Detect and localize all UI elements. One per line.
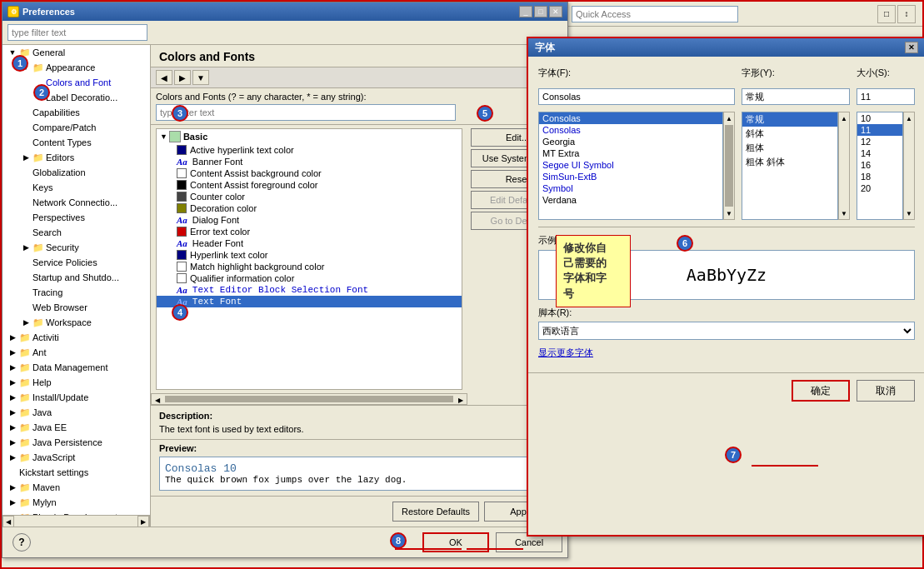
basic-section-header[interactable]: ▼ Basic [157, 129, 462, 144]
tree-item-kickstart[interactable]: Kickstart settings [2, 465, 150, 480]
color-item-error-text[interactable]: Error text color [157, 226, 462, 237]
tree-item-network[interactable]: Network Connectio... [2, 195, 150, 210]
filter-input[interactable] [7, 24, 147, 41]
color-item-content-assist-bg[interactable]: Content Assist background color [157, 167, 462, 179]
tree-item-mylyn[interactable]: ▶ 📁 Mylyn [2, 495, 150, 510]
nav-back[interactable]: ◀ [156, 70, 172, 85]
tree-item-web-browser[interactable]: Web Browser [2, 300, 150, 315]
tree-item-java-ee[interactable]: ▶ 📁 Java EE [2, 420, 150, 435]
expand-workspace[interactable]: ▶ [19, 316, 32, 329]
tree-item-maven[interactable]: ▶ 📁 Maven [2, 480, 150, 495]
font-vscroll-down[interactable]: ▼ [724, 207, 734, 219]
size-item-20[interactable]: 20 [857, 182, 902, 194]
font-list-item-simsun[interactable]: SimSun-ExtB [539, 171, 722, 182]
tree-item-label-deco[interactable]: Label Decoratio... [2, 90, 150, 105]
size-item-18[interactable]: 18 [857, 171, 902, 182]
tree-item-compare-patch[interactable]: Compare/Patch [2, 120, 150, 135]
size-vscroll-down[interactable]: ▼ [904, 207, 914, 219]
font-list-item-mt-extra[interactable]: MT Extra [539, 147, 722, 159]
color-item-qualifier-info[interactable]: Qualifier information color [157, 272, 462, 284]
style-item-italic[interactable]: 斜体 [742, 127, 837, 141]
tree-item-workspace[interactable]: ▶ 📁 Workspace [2, 315, 150, 330]
tree-item-data-mgmt[interactable]: ▶ 📁 Data Management [2, 360, 150, 375]
color-item-dialog-font[interactable]: Aa Dialog Font [157, 214, 462, 226]
maximize-button[interactable]: □ [534, 6, 547, 17]
qa-icon-1[interactable]: □ [877, 5, 896, 23]
expand-security[interactable]: ▶ [19, 241, 32, 254]
style-vscroll-up[interactable]: ▲ [839, 112, 849, 124]
expand-editors[interactable]: ▶ [19, 151, 32, 164]
tree-item-perspectives[interactable]: Perspectives [2, 210, 150, 225]
font-name-list[interactable]: Consolas Consolas Georgia MT Extra Segoe… [538, 112, 723, 220]
color-item-match-highlight[interactable]: Match highlight background color [157, 261, 462, 272]
nav-dropdown[interactable]: ▼ [192, 70, 209, 85]
style-item-normal[interactable]: 常规 [742, 112, 837, 127]
tree-item-help[interactable]: ▶ 📁 Help [2, 375, 150, 390]
font-list-item-consolas[interactable]: Consolas [539, 124, 722, 136]
font-list-item-consolas-selected[interactable]: Consolas [539, 112, 722, 124]
expand-java-persist[interactable]: ▶ [6, 436, 19, 449]
color-item-counter[interactable]: Counter color [157, 191, 462, 202]
restore-defaults-button[interactable]: Restore Defaults [392, 502, 479, 522]
size-item-16[interactable]: 16 [857, 159, 902, 171]
expand-data-mgmt[interactable]: ▶ [6, 361, 19, 374]
color-item-header-font[interactable]: Aa Header Font [157, 237, 462, 249]
color-hscroll-right[interactable]: ▶ [455, 394, 467, 405]
color-item-text-font[interactable]: Aa Text Font [157, 296, 462, 307]
tree-item-ant[interactable]: ▶ 📁 Ant [2, 345, 150, 360]
quick-access-input[interactable] [572, 6, 738, 22]
color-item-hyperlink-active[interactable]: Active hyperlink text color [157, 144, 462, 156]
style-vscroll-down[interactable]: ▼ [839, 207, 849, 219]
expand-activiti[interactable]: ▶ [6, 331, 19, 344]
tree-item-javascript[interactable]: ▶ 📁 JavaScript [2, 450, 150, 465]
font-style-list[interactable]: 常规 斜体 粗体 粗体 斜体 [742, 112, 838, 220]
tree-item-install-update[interactable]: ▶ 📁 Install/Update [2, 390, 150, 405]
color-filter-input[interactable] [156, 104, 456, 121]
expand-help[interactable]: ▶ [6, 376, 19, 389]
style-item-bold-italic[interactable]: 粗体 斜体 [742, 155, 837, 169]
expand-mylyn[interactable]: ▶ [6, 496, 19, 509]
font-style-input[interactable] [742, 88, 850, 105]
font-size-list[interactable]: 10 11 12 14 16 18 20 [857, 112, 903, 220]
expand-maven[interactable]: ▶ [6, 481, 19, 494]
tree-item-content-types[interactable]: Content Types [2, 135, 150, 150]
tree-item-capabilities[interactable]: Capabilities [2, 105, 150, 120]
font-list-item-georgia[interactable]: Georgia [539, 136, 722, 147]
hscroll-left[interactable]: ◀ [2, 516, 14, 527]
expand-java-ee[interactable]: ▶ [6, 421, 19, 434]
expand-javascript[interactable]: ▶ [6, 451, 19, 464]
tree-item-java-persistence[interactable]: ▶ 📁 Java Persistence [2, 435, 150, 450]
size-vscroll-up[interactable]: ▲ [904, 112, 914, 124]
color-item-decoration[interactable]: Decoration color [157, 202, 462, 214]
size-item-12[interactable]: 12 [857, 136, 902, 147]
close-button[interactable]: ✕ [549, 6, 562, 17]
color-item-hyperlink[interactable]: Hyperlink text color [157, 249, 462, 261]
tree-item-java[interactable]: ▶ 📁 Java [2, 405, 150, 420]
tree-item-activiti[interactable]: ▶ 📁 Activiti [2, 330, 150, 345]
tree-item-search[interactable]: Search [2, 225, 150, 240]
tree-item-globalization[interactable]: Globalization [2, 165, 150, 180]
tree-item-tracing[interactable]: Tracing [2, 285, 150, 300]
color-item-text-editor-block[interactable]: Aa Text Editor Block Selection Font [157, 284, 462, 296]
tree-item-keys[interactable]: Keys [2, 180, 150, 195]
tree-item-service-policies[interactable]: Service Policies [2, 255, 150, 270]
font-list-item-symbol[interactable]: Symbol [539, 182, 722, 194]
expand-ant[interactable]: ▶ [6, 346, 19, 359]
style-item-bold[interactable]: 粗体 [742, 141, 837, 155]
qa-icon-2[interactable]: ↕ [897, 5, 916, 23]
nav-forward[interactable]: ▶ [174, 70, 191, 85]
color-item-content-assist-fg[interactable]: Content Assist foreground color [157, 179, 462, 191]
size-item-14[interactable]: 14 [857, 147, 902, 159]
show-more-fonts-link[interactable]: 显示更多字体 [538, 347, 915, 359]
tree-item-colors-fonts[interactable]: Colors and Font [2, 75, 150, 90]
expand-install[interactable]: ▶ [6, 391, 19, 404]
color-hscroll-left[interactable]: ◀ [152, 394, 163, 405]
tree-item-security[interactable]: ▶ 📁 Security [2, 240, 150, 255]
minimize-button[interactable]: _ [519, 6, 532, 17]
font-size-input[interactable] [857, 88, 915, 105]
font-list-item-verdana[interactable]: Verdana [539, 194, 722, 206]
font-ok-button[interactable]: 确定 [792, 380, 850, 402]
font-list-item-segoe[interactable]: Segoe UI Symbol [539, 159, 722, 171]
font-vscroll-up[interactable]: ▲ [724, 112, 734, 124]
hscroll-right[interactable]: ▶ [137, 516, 149, 527]
